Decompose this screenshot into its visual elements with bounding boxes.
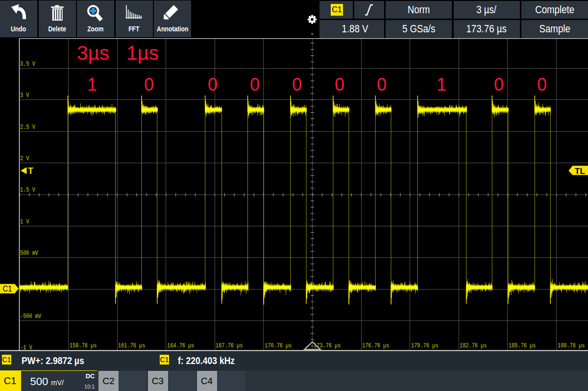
svg-text:C1: C1 [3,284,12,293]
svg-text:TL: TL [575,167,585,176]
svg-text:T: T [28,166,33,176]
